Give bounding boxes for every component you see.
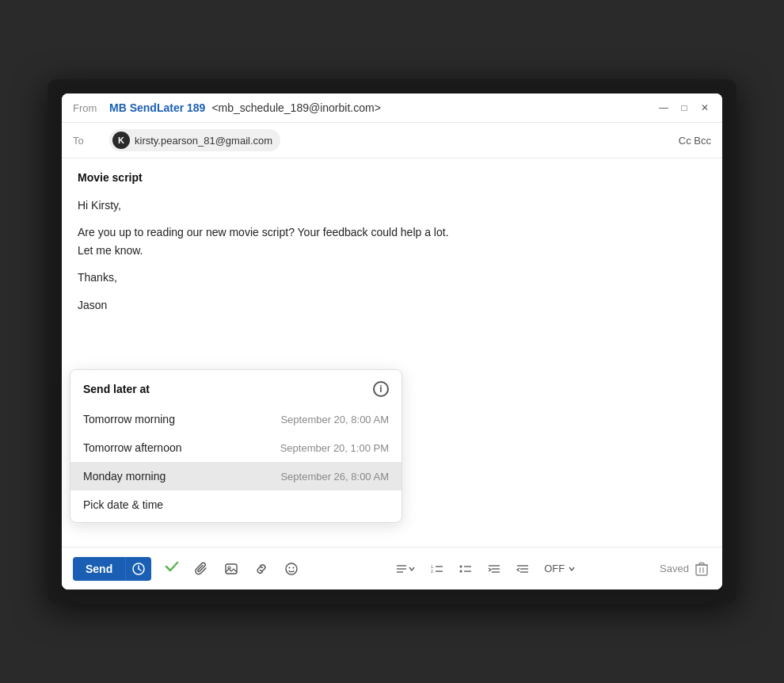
indent-button[interactable] — [481, 558, 508, 580]
ordered-list-button[interactable]: 1. 2. — [424, 558, 451, 580]
send-later-title: Send later at — [83, 383, 150, 395]
send-main-button[interactable]: Send — [73, 557, 125, 581]
recipient-chip[interactable]: K kirsty.pearson_81@gmail.com — [109, 129, 280, 151]
schedule-time: September 20, 8:00 AM — [280, 414, 389, 425]
recipient-avatar: K — [112, 132, 130, 149]
schedule-option-monday-morning[interactable]: Monday morning September 26, 8:00 AM — [70, 462, 402, 490]
body-thanks: Thanks, — [78, 269, 706, 286]
email-window: From MB SendLater 189 <mb_schedule_189@i… — [62, 93, 722, 590]
send-later-panel: Send later at i Tomorrow morning Septemb… — [70, 369, 402, 523]
schedule-time: September 26, 8:00 AM — [280, 471, 389, 483]
body-paragraph: Are you up to reading our new movie scri… — [78, 223, 706, 259]
svg-point-6 — [289, 567, 291, 568]
schedule-time: September 20, 1:00 PM — [280, 442, 389, 454]
send-clock-button[interactable] — [125, 557, 151, 581]
to-row: To K kirsty.pearson_81@gmail.com Cc Bcc — [62, 123, 722, 158]
chevron-down-icon — [568, 565, 576, 573]
body-signature: Jason — [78, 296, 706, 314]
toolbar: Send — [62, 547, 722, 590]
off-label: OFF — [544, 563, 565, 574]
schedule-option-tomorrow-morning[interactable]: Tomorrow morning September 20, 8:00 AM — [70, 405, 402, 433]
indent-icon — [487, 563, 501, 575]
cc-bcc-button[interactable]: Cc Bcc — [679, 135, 711, 147]
schedule-label: Monday morning — [83, 470, 166, 483]
title-bar: From MB SendLater 189 <mb_schedule_189@i… — [62, 93, 722, 123]
emoji-button[interactable] — [278, 557, 305, 581]
sender-email: <mb_schedule_189@inorbit.com> — [211, 101, 657, 114]
email-body: Movie script Hi Kirsty, Are you up to re… — [62, 158, 722, 380]
body-greeting: Hi Kirsty, — [78, 197, 706, 214]
window-wrapper: From MB SendLater 189 <mb_schedule_189@i… — [48, 79, 736, 604]
outdent-button[interactable] — [509, 558, 536, 580]
off-toggle[interactable]: OFF — [544, 563, 576, 574]
email-subject: Movie script — [78, 171, 706, 184]
svg-rect-25 — [696, 565, 707, 575]
unordered-list-button[interactable] — [452, 558, 479, 580]
svg-text:2.: 2. — [431, 569, 434, 574]
align-icon — [395, 563, 408, 575]
image-icon — [224, 562, 238, 576]
emoji-icon — [284, 562, 299, 576]
svg-point-16 — [460, 570, 462, 572]
paperclip-icon — [194, 562, 208, 576]
clock-icon — [132, 563, 145, 575]
pick-date-time[interactable]: Pick date & time — [70, 490, 402, 522]
send-later-header: Send later at i — [70, 370, 402, 405]
align-button[interactable] — [389, 558, 422, 580]
close-button[interactable]: ✕ — [698, 101, 711, 114]
outdent-icon — [516, 563, 530, 575]
from-label: From — [73, 102, 101, 114]
ordered-list-icon: 1. 2. — [430, 563, 444, 575]
svg-point-7 — [293, 567, 295, 568]
image-button[interactable] — [218, 557, 245, 581]
trash-icon — [695, 562, 708, 576]
pick-date-label: Pick date & time — [83, 498, 163, 511]
email-text: Hi Kirsty, Are you up to reading our new… — [78, 197, 706, 314]
saved-label: Saved — [660, 563, 689, 574]
sender-name: MB SendLater 189 — [109, 101, 205, 114]
chevron-down-icon — [408, 565, 416, 573]
svg-point-5 — [286, 563, 297, 574]
send-button-group: Send — [73, 557, 151, 581]
maximize-button[interactable]: □ — [678, 101, 691, 114]
link-button[interactable] — [248, 557, 275, 581]
schedule-option-tomorrow-afternoon[interactable]: Tomorrow afternoon September 20, 1:00 PM — [70, 433, 402, 462]
to-label: To — [73, 135, 101, 147]
svg-rect-3 — [226, 564, 237, 574]
minimize-button[interactable]: — — [657, 101, 670, 114]
link-icon — [254, 562, 268, 576]
schedule-label: Tomorrow morning — [83, 413, 175, 425]
window-controls: — □ ✕ — [657, 101, 711, 114]
schedule-label: Tomorrow afternoon — [83, 441, 182, 454]
svg-point-4 — [228, 567, 230, 569]
bullet-list-icon — [459, 563, 473, 575]
attach-button[interactable] — [188, 557, 215, 581]
recipient-email: kirsty.pearson_81@gmail.com — [135, 135, 272, 147]
svg-point-15 — [460, 565, 462, 567]
check-button[interactable] — [159, 554, 185, 583]
checkmark-icon — [164, 559, 180, 574]
info-icon[interactable]: i — [373, 381, 389, 397]
formatting-group: 1. 2. — [389, 558, 576, 580]
delete-button[interactable] — [692, 559, 711, 579]
svg-line-2 — [139, 569, 141, 570]
